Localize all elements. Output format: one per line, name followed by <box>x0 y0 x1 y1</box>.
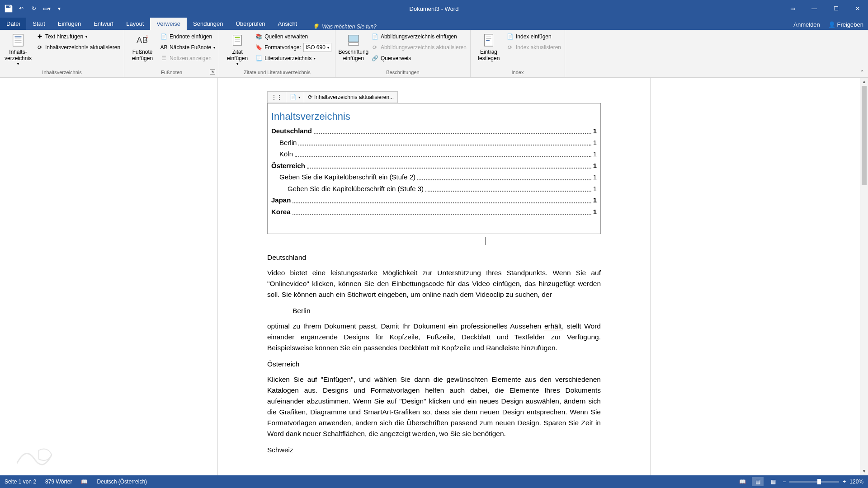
read-mode-button[interactable]: 📖 <box>736 477 748 486</box>
collapse-ribbon-icon[interactable]: ⌃ <box>860 69 864 75</box>
svg-rect-8 <box>235 37 240 38</box>
language-indicator[interactable]: Deutsch (Österreich) <box>97 479 147 485</box>
ribbon: Inhalts- verzeichnis ▼ ✚Text hinzufügen … <box>0 30 868 78</box>
paragraph: optimal zu Ihrem Dokument passt. Damit I… <box>267 321 601 353</box>
qat-more-icon[interactable]: ▾ <box>54 4 64 14</box>
tab-view[interactable]: Ansicht <box>272 18 304 30</box>
toc-entry[interactable]: Korea1 <box>271 206 597 218</box>
style-combo[interactable]: ISO 690▾ <box>303 43 331 52</box>
spelling-error[interactable]: erhält <box>544 322 562 330</box>
insert-endnote-button[interactable]: 📄Endnote einfügen <box>160 32 215 42</box>
zoom-out-button[interactable]: − <box>783 479 786 485</box>
refresh-icon: ⟳ <box>507 44 514 51</box>
toc-box: Inhaltsverzeichnis Deutschland1Berlin1Kö… <box>267 103 601 234</box>
svg-rect-12 <box>349 43 359 46</box>
group-label: Inhaltsverzeichnis <box>4 68 120 76</box>
word-count[interactable]: 879 Wörter <box>45 479 72 485</box>
save-icon[interactable] <box>4 4 14 14</box>
maximize-button[interactable]: ☐ <box>826 0 846 17</box>
citation-style-select[interactable]: 🔖Formatvorlage: ISO 690▾ <box>255 42 331 52</box>
crossref-icon: 🔗 <box>372 55 378 62</box>
manage-sources-button[interactable]: 📚Quellen verwalten <box>255 32 331 42</box>
page-icon: 📄 <box>290 94 297 100</box>
undo-icon[interactable]: ↶ <box>16 4 26 14</box>
bibliography-icon: 📃 <box>255 55 262 62</box>
toc-control-handle[interactable]: ⋮⋮ <box>268 92 286 103</box>
toc-leader <box>307 160 591 169</box>
insert-citation-button[interactable]: Zitat einfügen ▼ <box>223 32 252 66</box>
tab-start[interactable]: Start <box>26 18 51 30</box>
ribbon-display-options-icon[interactable]: ▭ <box>782 0 803 17</box>
toc-entry[interactable]: Österreich1 <box>271 160 597 172</box>
lightbulb-icon: 💡 <box>312 23 319 30</box>
dialog-launcher-icon[interactable]: ⬊ <box>210 69 215 75</box>
tab-review[interactable]: Überprüfen <box>230 18 272 30</box>
toc-entry[interactable]: Japan1 <box>271 194 597 206</box>
scroll-up-icon[interactable]: ▲ <box>860 78 868 86</box>
cross-reference-button[interactable]: 🔗Querverweis <box>372 53 467 63</box>
toc-content-control[interactable]: ⋮⋮ 📄▾ ⟳Inhaltsverzeichnis aktualisieren.… <box>267 103 601 234</box>
redo-icon[interactable]: ↻ <box>29 4 39 14</box>
scroll-down-icon[interactable]: ▼ <box>860 467 868 475</box>
toc-entry[interactable]: Geben Sie die Kapitelüberschrift ein (St… <box>271 183 597 195</box>
svg-rect-7 <box>233 35 242 46</box>
ribbon-tabs: Datei Start Einfügen Entwurf Layout Verw… <box>0 17 868 30</box>
toc-leader <box>292 194 591 203</box>
bibliography-button[interactable]: 📃Literaturverzeichnis ▾ <box>255 53 331 63</box>
update-toc-button[interactable]: ⟳Inhaltsverzeichnis aktualisieren <box>36 42 120 52</box>
tab-layout[interactable]: Layout <box>120 18 150 30</box>
next-footnote-button[interactable]: ABNächste Fußnote ▾ <box>160 42 215 52</box>
zoom-level[interactable]: 120% <box>849 479 863 485</box>
share-button[interactable]: 👤 Freigeben <box>828 21 863 28</box>
scroll-thumb[interactable] <box>862 86 867 185</box>
group-toc: Inhalts- verzeichnis ▼ ✚Text hinzufügen … <box>0 30 124 77</box>
web-layout-button[interactable]: ▦ <box>767 477 779 486</box>
insert-footnote-button[interactable]: AB1 Fußnote einfügen <box>128 32 157 62</box>
toc-entry-text: Deutschland <box>271 125 312 137</box>
toc-entry[interactable]: Berlin1 <box>271 137 597 149</box>
vertical-scrollbar[interactable]: ▲ ▼ <box>860 78 868 475</box>
mark-entry-button[interactable]: Eintrag festlegen <box>474 32 503 62</box>
toc-entry-text: Geben Sie die Kapitelüberschrift ein (St… <box>279 171 415 183</box>
close-button[interactable]: ✕ <box>847 0 868 17</box>
toc-entry[interactable]: Köln1 <box>271 148 597 160</box>
document-body[interactable]: Deutschland Video bietet eine leistungss… <box>267 252 601 455</box>
document-page[interactable]: ⋮⋮ 📄▾ ⟳Inhaltsverzeichnis aktualisieren.… <box>217 78 651 475</box>
tab-file[interactable]: Datei <box>0 18 26 30</box>
add-text-icon: ✚ <box>36 33 43 40</box>
zoom-in-button[interactable]: + <box>843 479 846 485</box>
tab-insert[interactable]: Einfügen <box>52 18 87 30</box>
style-icon: 🔖 <box>255 44 262 51</box>
insert-caption-button[interactable]: Beschriftung einfügen <box>339 32 368 62</box>
tell-me-search[interactable]: 💡 Was möchten Sie tun? <box>312 23 377 30</box>
toc-entry[interactable]: Geben Sie die Kapitelüberschrift ein (St… <box>271 171 597 183</box>
status-bar: Seite 1 von 2 879 Wörter 📖 Deutsch (Öste… <box>0 475 868 488</box>
add-text-button[interactable]: ✚Text hinzufügen ▾ <box>36 32 120 42</box>
toc-entry[interactable]: Deutschland1 <box>271 125 597 137</box>
touch-mode-icon[interactable]: ▭▾ <box>42 4 52 14</box>
toc-update-button[interactable]: ⟳Inhaltsverzeichnis aktualisieren... <box>304 92 397 103</box>
chevron-down-icon: ▾ <box>85 35 87 39</box>
tab-references[interactable]: Verweise <box>150 18 187 30</box>
quick-access-toolbar: ↶ ↻ ▭▾ ▾ <box>0 4 64 14</box>
group-label: Fußnoten <box>161 70 182 75</box>
toc-button[interactable]: Inhalts- verzeichnis ▼ <box>4 32 33 66</box>
tab-design[interactable]: Entwurf <box>87 18 120 30</box>
insert-index-button[interactable]: 📄Index einfügen <box>507 32 561 42</box>
proofing-icon[interactable]: 📖 <box>81 479 88 485</box>
zoom-slider[interactable] <box>789 481 839 483</box>
chevron-down-icon: ▼ <box>236 62 239 66</box>
toc-leader <box>292 206 591 215</box>
update-figures-index-button: ⟳Abbildungsverzeichnis aktualisieren <box>372 42 467 52</box>
toc-leader <box>298 137 591 146</box>
toc-entry-text: Geben Sie die Kapitelüberschrift ein (St… <box>288 183 424 195</box>
watermark-logo-icon <box>13 441 56 473</box>
insert-figures-index-button[interactable]: 📄Abbildungsverzeichnis einfügen <box>372 32 467 42</box>
tab-mailings[interactable]: Sendungen <box>187 18 230 30</box>
page-indicator[interactable]: Seite 1 von 2 <box>5 479 36 485</box>
toc-control-menu[interactable]: 📄▾ <box>286 92 304 103</box>
print-layout-button[interactable]: ▤ <box>752 477 764 486</box>
toc-title: Inhaltsverzeichnis <box>271 111 597 122</box>
sign-in-link[interactable]: Anmelden <box>793 21 820 28</box>
minimize-button[interactable]: — <box>804 0 825 17</box>
